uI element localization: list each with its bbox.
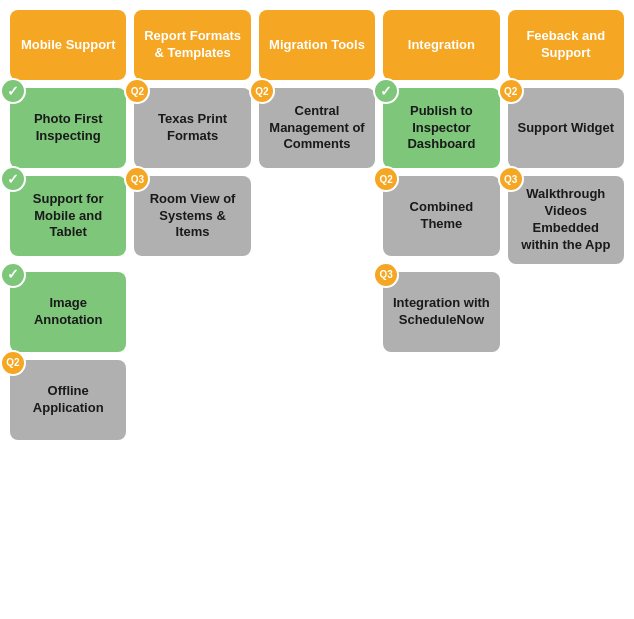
card-photo-first: ✓ Photo First Inspecting [10, 88, 126, 168]
card-texas-print: Q2 Texas Print Formats [134, 88, 250, 168]
col-header-mobile: Mobile Support [10, 10, 126, 80]
col-header-feedback: Feeback and Support [508, 10, 624, 80]
cell-support-mobile: ✓ Support for Mobile and Tablet [10, 176, 126, 264]
check-badge-publish: ✓ [373, 78, 399, 104]
card-support-mobile: ✓ Support for Mobile and Tablet [10, 176, 126, 256]
card-walkthrough-videos: Q3 Walkthrough Videos Embedded within th… [508, 176, 624, 264]
q3-badge-room: Q3 [124, 166, 150, 192]
cell-central-management: Q2 Central Management of Comments [259, 88, 375, 168]
q3-badge-schedulenow: Q3 [373, 262, 399, 288]
header-integration: Integration [383, 10, 499, 80]
cell-offline-app: Q2 Offline Application [10, 360, 126, 440]
cell-image-annotation: ✓ Image Annotation [10, 272, 126, 352]
check-badge-annotation: ✓ [0, 262, 26, 288]
card-image-annotation: ✓ Image Annotation [10, 272, 126, 352]
cell-support-widget: Q2 Support Widget [508, 88, 624, 168]
kanban-grid: Mobile Support Report Formats & Template… [10, 10, 624, 440]
cell-empty-migration-3 [259, 272, 375, 352]
cell-empty-integration-4 [383, 360, 499, 440]
q3-badge-walkthrough: Q3 [498, 166, 524, 192]
card-offline-app: Q2 Offline Application [10, 360, 126, 440]
col-header-integration: Integration [383, 10, 499, 80]
cell-empty-migration-2 [259, 176, 375, 264]
q2-badge-support-widget: Q2 [498, 78, 524, 104]
cell-empty-feedback-3 [508, 272, 624, 352]
q2-badge-combined: Q2 [373, 166, 399, 192]
header-report-formats: Report Formats & Templates [134, 10, 250, 80]
col-header-report: Report Formats & Templates [134, 10, 250, 80]
cell-empty-feedback-4 [508, 360, 624, 440]
cell-texas-print: Q2 Texas Print Formats [134, 88, 250, 168]
cell-empty-report-3 [134, 272, 250, 352]
card-publish-inspector: ✓ Publish to Inspector Dashboard [383, 88, 499, 168]
q2-badge-central: Q2 [249, 78, 275, 104]
card-integration-schedulenow: Q3 Integration with ScheduleNow [383, 272, 499, 352]
card-combined-theme: Q2 Combined Theme [383, 176, 499, 256]
check-badge-mobile: ✓ [0, 166, 26, 192]
cell-empty-report-4 [134, 360, 250, 440]
col-header-migration: Migration Tools [259, 10, 375, 80]
cell-publish-inspector: ✓ Publish to Inspector Dashboard [383, 88, 499, 168]
cell-combined-theme: Q2 Combined Theme [383, 176, 499, 264]
card-support-widget: Q2 Support Widget [508, 88, 624, 168]
cell-room-view: Q3 Room View of Systems & Items [134, 176, 250, 264]
header-feedback-support: Feeback and Support [508, 10, 624, 80]
card-room-view: Q3 Room View of Systems & Items [134, 176, 250, 256]
q2-badge-offline: Q2 [0, 350, 26, 376]
q2-badge-texas: Q2 [124, 78, 150, 104]
header-mobile-support: Mobile Support [10, 10, 126, 80]
cell-walkthrough-videos: Q3 Walkthrough Videos Embedded within th… [508, 176, 624, 264]
card-central-management: Q2 Central Management of Comments [259, 88, 375, 168]
cell-integration-schedulenow: Q3 Integration with ScheduleNow [383, 272, 499, 352]
header-migration-tools: Migration Tools [259, 10, 375, 80]
cell-photo-first: ✓ Photo First Inspecting [10, 88, 126, 168]
check-badge-photo: ✓ [0, 78, 26, 104]
cell-empty-migration-4 [259, 360, 375, 440]
